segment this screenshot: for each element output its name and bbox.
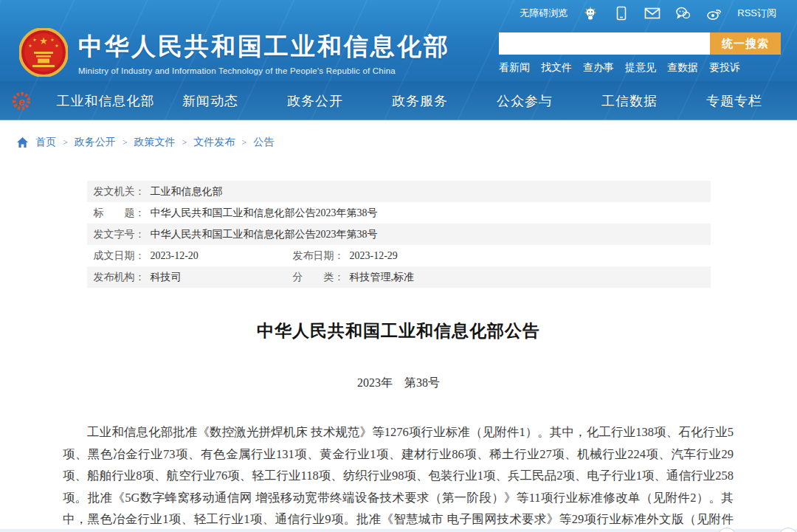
- breadcrumb-gov-disclosure[interactable]: 政务公开: [75, 136, 116, 149]
- page: 无障碍浏览 RSS订阅: [0, 0, 797, 532]
- quick-link-complaints[interactable]: 要投诉: [709, 61, 740, 75]
- breadcrumb-separator: >: [63, 137, 68, 148]
- meta-label: 成文日期：: [94, 249, 145, 263]
- weibo-icon[interactable]: [706, 5, 722, 21]
- meta-value: 2023-12-20: [151, 250, 199, 262]
- nav-item-special-topics[interactable]: 专题专栏: [682, 92, 787, 110]
- brand[interactable]: ★ ★ ★ ★ ★ 中华人民共和国工业和信息化部 Ministry of Ind…: [19, 28, 450, 77]
- nav-item-ministry[interactable]: 工业和信息化部: [53, 92, 158, 110]
- quick-link-news[interactable]: 看新闻: [499, 61, 530, 75]
- breadcrumb-document-release[interactable]: 文件发布: [193, 136, 235, 149]
- document-number: 2023年 第38号: [0, 376, 797, 391]
- document-page: 发文机关： 工业和信息化部 标 题： 中华人民共和国工业和信息化部公告2023年…: [0, 181, 797, 532]
- mascot-icon[interactable]: [582, 5, 598, 21]
- meta-value: 中华人民共和国工业和信息化部公告2023年第38号: [151, 228, 378, 241]
- mail-icon[interactable]: [644, 5, 660, 21]
- nav-item-news[interactable]: 新闻动态: [158, 92, 263, 110]
- meta-label: 发布日期：: [293, 249, 345, 263]
- meta-row-document-number: 发文字号： 中华人民共和国工业和信息化部公告2023年第38号: [87, 224, 711, 245]
- breadcrumb-policy-documents[interactable]: 政策文件: [134, 136, 176, 149]
- meta-value: 2023-12-29: [350, 250, 398, 262]
- meta-row-publisher-category: 发布机构： 科技司 分 类： 科技管理,标准: [87, 266, 711, 288]
- meta-value: 科技管理,标准: [350, 271, 415, 284]
- svg-text:★: ★: [50, 38, 54, 42]
- svg-text:★: ★: [32, 38, 36, 42]
- search-button[interactable]: 统一搜索: [710, 32, 781, 55]
- meta-value: 中华人民共和国工业和信息化部公告2023年第38号: [151, 207, 378, 220]
- search-box: 统一搜索: [499, 32, 781, 55]
- breadcrumb-separator: >: [123, 137, 128, 148]
- document-body: 工业和信息化部批准《数控激光拼焊机床 技术规范》等1276项行业标准（见附件1）…: [63, 421, 734, 532]
- meta-row-title: 标 题： 中华人民共和国工业和信息化部公告2023年第38号: [87, 202, 711, 224]
- meta-row-dates: 成文日期： 2023-12-20 发布日期： 2023-12-29: [87, 245, 711, 266]
- meta-label: 发文字号：: [94, 228, 145, 241]
- national-emblem-icon: ★ ★ ★ ★ ★: [19, 28, 68, 77]
- home-icon[interactable]: [16, 137, 29, 148]
- footer-strip: [0, 529, 797, 532]
- quick-link-data[interactable]: 查数据: [667, 61, 698, 75]
- nav-item-public-participation[interactable]: 公众参与: [472, 92, 577, 110]
- meta-label: 标 题：: [94, 207, 145, 220]
- nav-item-gov-disclosure[interactable]: 政务公开: [263, 92, 368, 110]
- breadcrumb-separator: >: [241, 137, 246, 148]
- brand-text: 中华人民共和国工业和信息化部 Ministry of Industry and …: [78, 30, 450, 75]
- site-title: 中华人民共和国工业和信息化部: [78, 30, 450, 63]
- document-meta-table: 发文机关： 工业和信息化部 标 题： 中华人民共和国工业和信息化部公告2023年…: [87, 181, 711, 288]
- wechat-icon[interactable]: [675, 5, 691, 21]
- meta-label: 发布机构：: [94, 271, 145, 284]
- svg-text:★: ★: [39, 35, 48, 46]
- svg-text:★: ★: [55, 44, 58, 48]
- site-subtitle: Ministry of Industry and Information Tec…: [78, 66, 450, 75]
- breadcrumb-announcement[interactable]: 公告: [253, 136, 274, 149]
- breadcrumb: 首页 > 政务公开 > 政策文件 > 文件发布 > 公告: [16, 136, 797, 149]
- quick-links: 看新闻 找文件 查办事 提意见 查数据 要投诉: [499, 61, 781, 75]
- quick-link-documents[interactable]: 找文件: [541, 61, 572, 75]
- miit-gear-logo-icon[interactable]: e: [12, 91, 31, 111]
- quick-link-suggestions[interactable]: 提意见: [625, 61, 656, 75]
- nav-item-miit-data[interactable]: 工信数据: [577, 92, 682, 110]
- meta-row-issuing-authority: 发文机关： 工业和信息化部: [87, 181, 711, 202]
- search-area: 统一搜索 看新闻 找文件 查办事 提意见 查数据 要投诉: [499, 32, 781, 77]
- meta-value: 科技司: [151, 271, 182, 284]
- quick-link-services[interactable]: 查办事: [583, 61, 614, 75]
- site-header: 无障碍浏览 RSS订阅: [0, 0, 797, 120]
- rss-link[interactable]: RSS订阅: [737, 7, 776, 20]
- nav-item-gov-services[interactable]: 政务服务: [368, 92, 472, 110]
- svg-text:★: ★: [28, 44, 32, 48]
- meta-value: 工业和信息化部: [151, 185, 223, 198]
- main-nav: e 工业和信息化部 新闻动态 政务公开 政务服务 公众参与 工信数据 专题专栏: [0, 81, 797, 120]
- meta-label: 分 类：: [293, 271, 345, 284]
- meta-label: 发文机关：: [94, 185, 145, 198]
- document-title: 中华人民共和国工业和信息化部公告: [0, 319, 797, 342]
- search-input[interactable]: [499, 32, 710, 55]
- breadcrumb-separator: >: [182, 137, 187, 148]
- breadcrumb-home[interactable]: 首页: [35, 136, 56, 149]
- brand-row: ★ ★ ★ ★ ★ 中华人民共和国工业和信息化部 Ministry of Ind…: [0, 27, 797, 81]
- accessibility-link[interactable]: 无障碍浏览: [520, 7, 567, 20]
- topbar: 无障碍浏览 RSS订阅: [0, 0, 797, 27]
- svg-text:e: e: [18, 95, 24, 108]
- phone-icon[interactable]: [613, 5, 629, 21]
